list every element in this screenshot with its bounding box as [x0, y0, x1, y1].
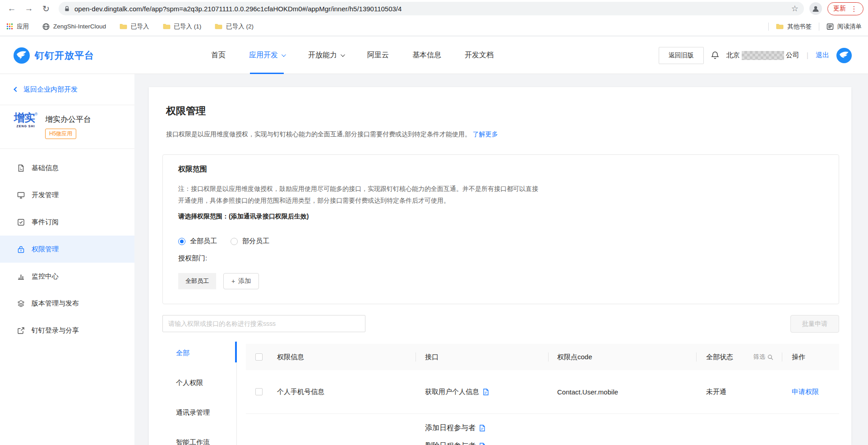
reading-list-button[interactable]: 阅读清单 [826, 23, 862, 31]
reading-list-icon [826, 23, 834, 30]
logout-link[interactable]: 退出 [816, 51, 829, 60]
radio-all-employees[interactable]: 全部员工 [178, 237, 217, 246]
back-to-internal-dev-link[interactable]: 返回企业内部开发 [0, 74, 134, 105]
category-tabs: 全部 个人权限 通讯录管理 智能工作流 [149, 338, 236, 445]
sidebar-item-event-subscription[interactable]: 事件订阅 [0, 209, 134, 236]
page-title: 权限管理 [166, 104, 206, 118]
lock-icon [17, 246, 25, 253]
nav-home[interactable]: 首页 [211, 37, 226, 74]
nav-aliyun[interactable]: 阿里云 [367, 37, 389, 74]
bookmark-folder-imported-1[interactable]: 已导入 (1) [163, 23, 202, 31]
tab-contacts-management[interactable]: 通讯录管理 [149, 398, 236, 427]
bookmarks-right: 其他书签 阅读清单 [761, 23, 862, 31]
radio-unselected-icon[interactable] [231, 238, 238, 245]
status-filter-button[interactable]: 筛选 [753, 344, 773, 370]
col-api: 接口 [425, 344, 439, 370]
active-tab-indicator [235, 342, 237, 362]
update-button[interactable]: 更新 ⋮ [827, 2, 863, 15]
permission-search-input[interactable] [162, 315, 365, 332]
browser-menu-kebab-icon[interactable]: ⋮ [850, 5, 858, 13]
chevron-down-icon [341, 52, 345, 57]
sidebar-item-permission-management[interactable]: 权限管理 [0, 236, 134, 263]
brand[interactable]: 钉钉开放平台 [14, 37, 94, 74]
app-logo: 增实® ZENG SHI [13, 112, 39, 148]
back-icon[interactable]: ← [5, 1, 19, 16]
bookmark-label: 其他书签 [787, 23, 812, 31]
other-bookmarks-folder[interactable]: 其他书签 [776, 23, 812, 31]
bookmark-apps[interactable]: 应用 [6, 23, 29, 31]
app-name: 增实办公平台 [45, 114, 91, 125]
sidebar-item-basic-info[interactable]: 基础信息 [0, 154, 134, 181]
bookmark-label: 应用 [17, 23, 29, 31]
bookmark-label: 已导入 (1) [174, 23, 202, 31]
doc-icon [17, 164, 25, 172]
reload-icon[interactable]: ↻ [39, 1, 53, 16]
nav-basic-info[interactable]: 基本信息 [412, 37, 441, 74]
sidebar-item-monitor-center[interactable]: 监控中心 [0, 263, 134, 290]
bookmark-folder-imported[interactable]: 已导入 [120, 23, 149, 31]
api-doc-icon[interactable] [479, 443, 485, 445]
batch-apply-button[interactable]: 批量申请 [790, 315, 839, 333]
department-chip-all-employees[interactable]: 全部员工 [178, 273, 216, 289]
radio-selected-icon[interactable] [178, 238, 185, 245]
bookmark-label: 阅读清单 [837, 23, 862, 31]
screen: ← → ↻ open-dev.dingtalk.com/fe/app?spm=a… [0, 0, 868, 445]
plus-icon: + [231, 278, 235, 285]
bookmark-label: ZengShi-InterCloud [53, 23, 106, 30]
permission-table: 权限信息 接口 权限点code 全部状态 筛选 操作 个人手机号信息 获取用户个… [246, 344, 839, 445]
bookmark-zengshi[interactable]: ZengShi-InterCloud [42, 23, 106, 30]
select-all-checkbox[interactable] [255, 353, 263, 361]
add-department-button[interactable]: + 添加 [223, 273, 259, 289]
sidebar-item-version-release[interactable]: 版本管理与发布 [0, 290, 134, 317]
back-to-old-version-button[interactable]: 返回旧版 [659, 47, 704, 64]
sidebar: 返回企业内部开发 增实® ZENG SHI 增实办公平台 H5微应用 基础信息 … [0, 74, 134, 445]
bell-icon[interactable] [711, 51, 719, 60]
column-divider [548, 352, 549, 362]
department-chips: 全部员工 + 添加 [178, 273, 259, 289]
radio-partial-employees[interactable]: 部分员工 [231, 237, 269, 246]
forward-icon[interactable]: → [22, 1, 36, 16]
folder-icon [120, 23, 127, 30]
dingtalk-logo-icon [14, 47, 30, 64]
table-row: 添加日程参与者 删除日程参与者 [246, 414, 839, 445]
chevron-left-icon [14, 87, 18, 92]
api-doc-icon[interactable] [479, 425, 485, 431]
app-block: 增实® ZENG SHI 增实办公平台 H5微应用 [0, 105, 134, 149]
tab-personal-permission[interactable]: 个人权限 [149, 368, 236, 398]
cell-api: 获取用户个人信息 [425, 370, 489, 414]
sidebar-item-dev-management[interactable]: 开发管理 [0, 181, 134, 209]
col-permission-code: 权限点code [557, 344, 592, 370]
app-type-badge: H5微应用 [45, 129, 76, 139]
learn-more-link[interactable]: 了解更多 [473, 130, 498, 138]
apply-permission-link[interactable]: 申请权限 [792, 370, 819, 414]
col-action: 操作 [792, 344, 805, 370]
layers-icon [17, 300, 25, 307]
scope-card-title: 权限范围 [178, 165, 207, 174]
search-icon [767, 354, 773, 360]
company-name[interactable]: 北京 公司 [726, 51, 799, 60]
globe-icon [42, 23, 50, 30]
site-header: 钉钉开放平台 首页 应用开发 开放能力 阿里云 基本信息 开发文档 返回旧版 北… [0, 37, 868, 74]
nav-dev-docs[interactable]: 开发文档 [465, 37, 494, 74]
sidebar-item-login-share[interactable]: 钉钉登录与分享 [0, 317, 134, 344]
folder-icon [215, 23, 222, 30]
browser-profile-icon[interactable] [809, 2, 822, 15]
tab-all[interactable]: 全部 [149, 338, 236, 368]
bookmark-folder-imported-2[interactable]: 已导入 (2) [215, 23, 254, 31]
address-bar[interactable]: open-dev.dingtalk.com/fe/app?spm=a2q3p.2… [59, 2, 804, 15]
api-doc-icon[interactable] [483, 389, 489, 395]
user-avatar[interactable] [836, 48, 852, 63]
main-nav: 首页 应用开发 开放能力 阿里云 基本信息 开发文档 [211, 37, 494, 74]
nav-app-development[interactable]: 应用开发 [249, 37, 285, 74]
subscribe-icon [17, 218, 25, 226]
chart-icon [17, 273, 25, 280]
bookmark-star-icon[interactable]: ☆ [791, 4, 799, 14]
nav-open-capability[interactable]: 开放能力 [308, 37, 344, 74]
cell-permission-name: 个人手机号信息 [277, 370, 324, 414]
tab-smart-workflow[interactable]: 智能工作流 [149, 427, 236, 445]
column-divider [782, 352, 782, 362]
permission-scope-card: 权限范围 注：接口权限是以应用维度做授权，鼓励应用使用尽可能多的接口，实现跟钉钉… [162, 154, 839, 304]
cell-status: 未开通 [706, 370, 726, 414]
bookmarks-divider [819, 23, 819, 31]
row-checkbox[interactable] [255, 388, 263, 395]
